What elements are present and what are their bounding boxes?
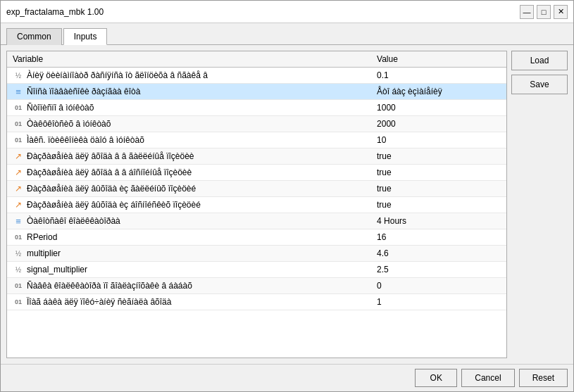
value-cell: 10 xyxy=(371,132,506,148)
value-cell: 2000 xyxy=(371,116,506,132)
variable-cell: ↗Ðàçðàøåíèà äëÿ âûõîäà èç áîñíîéñêèõ ïîç… xyxy=(7,197,371,213)
value-cell: 1 xyxy=(371,294,506,310)
table-row: ≡Ñîíñà ïîàâàèñîêè ðàçíãàà êîòàÅòî áàç èç… xyxy=(7,84,506,100)
minimize-button[interactable]: — xyxy=(520,5,534,19)
table-row: 01Ìàêñ. ïòèêêîíèêà öàîó â ìóíêòàõ10 xyxy=(7,132,506,148)
col-variable: Variable xyxy=(7,51,371,68)
value-cell: 16 xyxy=(371,229,506,246)
variable-cell: ½multiplier xyxy=(7,246,371,262)
table-row: 01Ïîàã áàêà äëÿ ïîêó÷àíèÿ ñèãíàëà âõîäà1 xyxy=(7,294,506,310)
tab-inputs[interactable]: Inputs xyxy=(63,28,108,45)
value-cell: 2.5 xyxy=(371,262,506,278)
value-cell: true xyxy=(371,165,506,181)
value-cell: 1000 xyxy=(371,100,506,116)
variable-cell: ½signal_multiplier xyxy=(7,262,371,278)
table-row: ½multiplier4.6 xyxy=(7,246,506,262)
table-row: 01Ñòîïèñïî â ìóíêòàõ1000 xyxy=(7,100,506,116)
variable-cell: 01Ñòîïèñïî â ìóíêòàõ xyxy=(7,100,371,116)
variable-cell: ↗Ðàçðàøåíèà äëÿ âõîäà â â áîñíîéíûå ïîçè… xyxy=(7,165,371,181)
content-area: Variable Value ½Àíèÿ öèèíàìíîàòð ðàñíÿíñ… xyxy=(1,45,573,364)
window-controls: — □ ✕ xyxy=(520,5,568,19)
value-cell: true xyxy=(371,181,506,197)
variable-cell: 01Ìàêñ. ïòèêêîíèêà öàîó â ìóíêòàõ xyxy=(7,132,371,148)
variables-table-panel: Variable Value ½Àíèÿ öèèíàìíîàòð ðàñíÿíñ… xyxy=(6,51,507,358)
tab-bar: Common Inputs xyxy=(1,23,573,45)
title-bar: exp_fractalama_mbk 1.00 — □ ✕ xyxy=(1,1,573,23)
variable-cell: 01Ñàâêà êîàëêêàòîðà ïî ãîàëàçíîõàêè â áà… xyxy=(7,278,371,294)
variable-cell: ≡Ñîíñà ïîàâàèñîêè ðàçíãàà êîòà xyxy=(7,84,371,100)
ok-button[interactable]: OK xyxy=(415,369,457,387)
value-cell: true xyxy=(371,197,506,213)
tab-common[interactable]: Common xyxy=(6,28,62,45)
value-cell: true xyxy=(371,148,506,165)
maximize-button[interactable]: □ xyxy=(537,5,551,19)
table-row: ½Àíèÿ öèèíàìíîàòð ðàñíÿíñà îò ãëîíöèõà â… xyxy=(7,68,506,84)
close-button[interactable]: ✕ xyxy=(554,5,568,19)
table-row: ↗Ðàçðàøåíèà äëÿ âûõîäà èç ãàëëéíûõ ïîçèö… xyxy=(7,181,506,197)
value-cell: Åòî áàç èçìàíåíèÿ xyxy=(371,84,506,100)
variable-cell: ↗Ðàçðàøåíèà äëÿ âõîäà â â ãàëëéíûå ïîçèö… xyxy=(7,148,371,165)
table-row: ↗Ðàçðàøåíèà äëÿ âûõîäà èç áîñíîéñêèõ ïîç… xyxy=(7,197,506,213)
table-row: ↗Ðàçðàøåíèà äëÿ âõîäà â â áîñíîéíûå ïîçè… xyxy=(7,165,506,181)
col-value: Value xyxy=(371,51,506,68)
variable-cell: 01Òàêôêîòñèõ â ìóíêòàõ xyxy=(7,116,371,132)
table-row: ≡Òàêîòñàêî êîàëêêàòîðàà4 Hours xyxy=(7,213,506,229)
side-buttons-panel: Load Save xyxy=(511,51,568,358)
variable-cell: ½Àíèÿ öèèíàìíîàòð ðàñíÿíñà îò ãëîíöèõà â… xyxy=(7,68,371,84)
load-button[interactable]: Load xyxy=(511,51,568,70)
save-button[interactable]: Save xyxy=(511,75,568,94)
table-row: 01Ñàâêà êîàëêêàòîðà ïî ãîàëàçíîõàêè â áà… xyxy=(7,278,506,294)
table-row: 01Òàêôêîòñèõ â ìóíêòàõ2000 xyxy=(7,116,506,132)
variables-table: Variable Value ½Àíèÿ öèèíàìíîàòð ðàñíÿíñ… xyxy=(7,51,506,310)
value-cell: 0.1 xyxy=(371,68,506,84)
table-row: ½signal_multiplier2.5 xyxy=(7,262,506,278)
value-cell: 4.6 xyxy=(371,246,506,262)
value-cell: 4 Hours xyxy=(371,213,506,229)
variable-cell: 01RPeriod xyxy=(7,229,371,246)
main-window: exp_fractalama_mbk 1.00 — □ ✕ Common Inp… xyxy=(0,0,574,392)
table-row: ↗Ðàçðàøåíèà äëÿ âõîäà â â ãàëëéíûå ïîçèö… xyxy=(7,148,506,165)
table-row: 01RPeriod16 xyxy=(7,229,506,246)
reset-button[interactable]: Reset xyxy=(519,369,568,387)
variable-cell: 01Ïîàã áàêà äëÿ ïîêó÷àíèÿ ñèãíàëà âõîäà xyxy=(7,294,371,310)
bottom-bar: OK Cancel Reset xyxy=(1,364,573,391)
value-cell: 0 xyxy=(371,278,506,294)
variable-cell: ≡Òàêîòñàêî êîàëêêàòîðàà xyxy=(7,213,371,229)
cancel-button[interactable]: Cancel xyxy=(461,369,514,387)
window-title: exp_fractalama_mbk 1.00 xyxy=(6,7,104,17)
variable-cell: ↗Ðàçðàøåíèà äëÿ âûõîäà èç ãàëëéíûõ ïîçèö… xyxy=(7,181,371,197)
